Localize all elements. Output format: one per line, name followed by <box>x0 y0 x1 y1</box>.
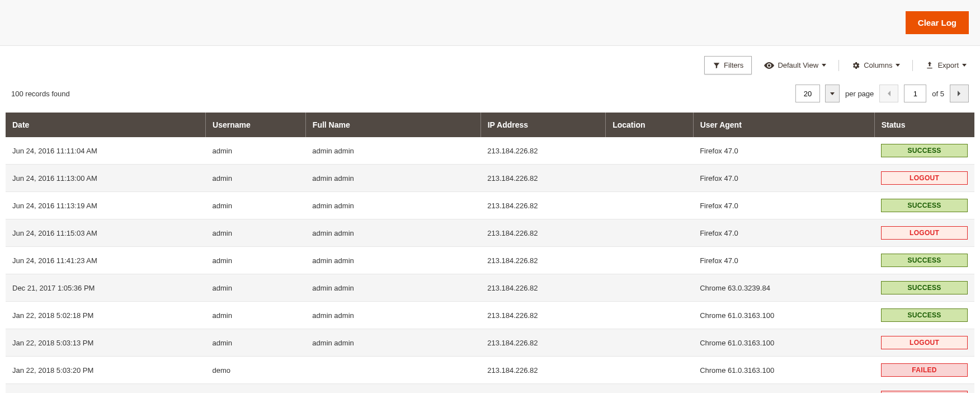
page-size-input[interactable] <box>795 85 820 102</box>
table-row[interactable]: Jun 24, 2016 11:13:19 AMadminadmin admin… <box>6 192 974 219</box>
cell-agent: Firefox 47.0 <box>693 137 874 165</box>
cell-date: Jan 22, 2018 5:03:20 PM <box>6 357 206 384</box>
cell-ip: 213.184.226.82 <box>480 302 605 329</box>
col-location[interactable]: Location <box>606 113 693 137</box>
status-badge: SUCCESS <box>881 144 968 157</box>
cell-username: admin <box>206 329 306 357</box>
table-header-row: Date Username Full Name IP Address Locat… <box>6 113 974 137</box>
cell-username: admin <box>206 247 306 274</box>
cell-date: Jan 22, 2018 5:02:18 PM <box>6 302 206 329</box>
default-view-button[interactable]: Default View <box>762 58 828 73</box>
next-page-button[interactable] <box>950 85 969 102</box>
clear-log-button[interactable]: Clear Log <box>906 11 969 34</box>
cell-date: Jan 22, 2018 5:03:32 PM <box>6 384 206 394</box>
export-button[interactable]: Export <box>923 58 969 73</box>
chevron-down-icon <box>896 64 900 67</box>
cell-location <box>606 137 693 165</box>
cell-status: LOGOUT <box>874 165 974 192</box>
cell-fullname <box>305 357 480 384</box>
export-icon <box>925 61 934 70</box>
columns-label: Columns <box>864 61 892 69</box>
col-agent[interactable]: User Agent <box>693 113 874 137</box>
current-page-input[interactable] <box>904 85 926 102</box>
status-badge: FAILED <box>881 391 968 393</box>
cell-location <box>606 302 693 329</box>
table-row[interactable]: Jan 22, 2018 5:03:32 PMdemo213.184.226.8… <box>6 384 974 394</box>
page-total-label: of 5 <box>932 90 944 98</box>
status-badge: SUCCESS <box>881 281 968 294</box>
cell-status: LOGOUT <box>874 329 974 357</box>
records-found: 100 records found <box>11 90 70 98</box>
cell-location <box>606 247 693 274</box>
cell-fullname: admin admin <box>305 165 480 192</box>
table-row[interactable]: Jan 22, 2018 5:02:18 PMadminadmin admin2… <box>6 302 974 329</box>
cell-agent: Chrome 61.0.3163.100 <box>693 384 874 394</box>
cell-username: admin <box>206 137 306 165</box>
cell-date: Jun 24, 2016 11:15:03 AM <box>6 219 206 247</box>
col-username[interactable]: Username <box>206 113 306 137</box>
cell-username: admin <box>206 302 306 329</box>
col-date[interactable]: Date <box>6 113 206 137</box>
cell-date: Jan 22, 2018 5:03:13 PM <box>6 329 206 357</box>
status-badge: LOGOUT <box>881 336 968 349</box>
cell-ip: 213.184.226.82 <box>480 247 605 274</box>
cell-status: SUCCESS <box>874 274 974 302</box>
cell-status: SUCCESS <box>874 247 974 274</box>
cell-location <box>606 165 693 192</box>
cell-fullname: admin admin <box>305 329 480 357</box>
filters-button[interactable]: Filters <box>704 56 752 74</box>
cell-date: Jun 24, 2016 11:13:19 AM <box>6 192 206 219</box>
table-row[interactable]: Jun 24, 2016 11:11:04 AMadminadmin admin… <box>6 137 974 165</box>
status-badge: SUCCESS <box>881 254 968 267</box>
cell-ip: 213.184.226.82 <box>480 329 605 357</box>
status-badge: SUCCESS <box>881 199 968 212</box>
cell-agent: Chrome 61.0.3163.100 <box>693 329 874 357</box>
col-fullname[interactable]: Full Name <box>305 113 480 137</box>
filters-label: Filters <box>724 61 743 69</box>
table-row[interactable]: Jun 24, 2016 11:13:00 AMadminadmin admin… <box>6 165 974 192</box>
columns-button[interactable]: Columns <box>849 58 902 73</box>
pager-row: 100 records found per page of 5 <box>0 80 980 113</box>
cell-ip: 213.184.226.82 <box>480 384 605 394</box>
cell-agent: Firefox 47.0 <box>693 165 874 192</box>
chevron-right-icon <box>957 90 962 97</box>
eye-icon <box>764 62 774 69</box>
table-row[interactable]: Jun 24, 2016 11:41:23 AMadminadmin admin… <box>6 247 974 274</box>
export-label: Export <box>937 61 959 69</box>
prev-page-button[interactable] <box>879 85 898 102</box>
chevron-left-icon <box>887 90 891 97</box>
table-row[interactable]: Jun 24, 2016 11:15:03 AMadminadmin admin… <box>6 219 974 247</box>
table-row[interactable]: Jan 22, 2018 5:03:20 PMdemo213.184.226.8… <box>6 357 974 384</box>
chevron-down-icon <box>830 92 835 95</box>
col-status[interactable]: Status <box>874 113 974 137</box>
cell-location <box>606 192 693 219</box>
cell-status: SUCCESS <box>874 192 974 219</box>
cell-agent: Chrome 63.0.3239.84 <box>693 274 874 302</box>
cell-fullname <box>305 384 480 394</box>
page-size-dropdown[interactable] <box>825 85 840 102</box>
funnel-icon <box>713 62 720 69</box>
col-ip[interactable]: IP Address <box>480 113 605 137</box>
cell-date: Dec 21, 2017 1:05:36 PM <box>6 274 206 302</box>
cell-agent: Chrome 61.0.3163.100 <box>693 357 874 384</box>
cell-fullname: admin admin <box>305 247 480 274</box>
status-badge: SUCCESS <box>881 308 968 322</box>
cell-status: FAILED <box>874 384 974 394</box>
cell-agent: Firefox 47.0 <box>693 247 874 274</box>
toolbar-divider <box>838 60 839 71</box>
cell-agent: Firefox 47.0 <box>693 219 874 247</box>
cell-username: admin <box>206 165 306 192</box>
status-badge: FAILED <box>881 363 968 377</box>
cell-ip: 213.184.226.82 <box>480 137 605 165</box>
table-row[interactable]: Jan 22, 2018 5:03:13 PMadminadmin admin2… <box>6 329 974 357</box>
cell-fullname: admin admin <box>305 219 480 247</box>
cell-agent: Chrome 61.0.3163.100 <box>693 302 874 329</box>
cell-location <box>606 329 693 357</box>
table-row[interactable]: Dec 21, 2017 1:05:36 PMadminadmin admin2… <box>6 274 974 302</box>
cell-location <box>606 219 693 247</box>
cell-username: demo <box>206 357 306 384</box>
toolbar-divider <box>912 60 913 71</box>
cell-location <box>606 384 693 394</box>
cell-username: admin <box>206 274 306 302</box>
cell-agent: Firefox 47.0 <box>693 192 874 219</box>
